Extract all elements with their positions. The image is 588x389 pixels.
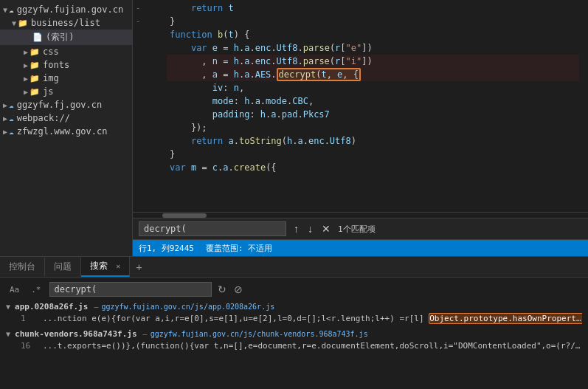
cloud-icon: ☁ (9, 127, 14, 137)
code-line: } (167, 148, 579, 161)
code-line: function b(t) { (167, 28, 579, 41)
find-next-button[interactable]: ↓ (306, 223, 314, 235)
tab-close-icon[interactable]: ✕ (116, 262, 120, 270)
code-area: - - (133, 0, 588, 256)
chevron-down-icon: ▼ (3, 6, 7, 14)
line-numbers (145, 0, 167, 212)
folder-icon: 📁 (30, 87, 40, 97)
sidebar-item-suoyin[interactable]: 📄 (索引) (0, 30, 132, 45)
chevron-right-icon: ▶ (3, 101, 7, 109)
bottom-panel: 控制台 问题 搜索 ✕ + Aa .* ↻ ⊘ ▼ app.0208a26f.j… (0, 256, 588, 389)
main-area: ▼ ☁ ggzyfw.fujian.gov.cn ▼ 📁 business/li… (0, 0, 588, 256)
h-scrollbar-area[interactable] (133, 212, 588, 218)
search-option-regex[interactable]: .* (27, 283, 44, 296)
code-line: padding: h.a.pad.Pkcs7 (167, 108, 579, 121)
sidebar-item-ggzyfw-fujian[interactable]: ▼ ☁ ggzyfw.fujian.gov.cn (0, 3, 132, 16)
folder-icon: 📁 (30, 61, 40, 70)
sidebar: ▼ ☁ ggzyfw.fujian.gov.cn ▼ 📁 business/li… (0, 0, 133, 256)
chevron-right-icon: ▶ (24, 61, 28, 69)
find-match-count: 1个匹配项 (338, 224, 376, 235)
result-file-2: ▼ chunk-vendors.968a743f.js — ggzyfw.fuj… (6, 328, 582, 353)
search-results: ▼ app.0208a26f.js — ggzyfw.fujian.gov.cn… (6, 301, 582, 385)
code-line: var m = c.a.create({ (167, 161, 579, 174)
tab-problems[interactable]: 问题 (45, 258, 81, 276)
highlight-box: decrypt(t, e, { (277, 68, 361, 81)
folder-icon: 📁 (30, 74, 40, 83)
chevron-right-icon: ▶ (3, 114, 7, 123)
find-input[interactable] (139, 221, 286, 236)
code-line: , n = h.a.enc.Utf8.parse(r["i"]) (167, 55, 579, 68)
search-clear-button[interactable]: ⊘ (232, 283, 244, 295)
sidebar-item-fonts[interactable]: ▶ 📁 fonts (0, 58, 132, 72)
diff-gutter: - - (133, 0, 145, 212)
status-position: 行1, 列92445 (139, 243, 194, 254)
find-bar: ↑ ↓ ✕ 1个匹配项 (133, 218, 588, 240)
code-view: - - (133, 0, 588, 212)
panel-add-button[interactable]: + (130, 258, 148, 276)
chevron-right-icon: ▶ (24, 75, 28, 83)
sidebar-item-webpack[interactable]: ▶ ☁ webpack:// (0, 111, 132, 125)
result-line-1-1[interactable]: 1 ...nction e(e){for(var a,i,r=e[0],s=e[… (6, 312, 582, 326)
result-file-header-2[interactable]: ▼ chunk-vendors.968a743f.js — ggzyfw.fuj… (6, 328, 582, 340)
chevron-right-icon: ▶ (24, 88, 28, 96)
panel-tabs: 控制台 问题 搜索 ✕ + (0, 257, 588, 278)
sidebar-item-business-list[interactable]: ▼ 📁 business/list (0, 16, 132, 30)
code-line: var e = h.a.enc.Utf8.parse(r["e"]) (167, 41, 579, 55)
chevron-down-icon: ▼ (12, 19, 16, 27)
chevron-down-icon: ▼ (6, 303, 10, 311)
status-bar: 行1, 列92445 覆盖范围: 不适用 (133, 240, 588, 256)
sidebar-item-js[interactable]: ▶ 📁 js (0, 85, 132, 98)
sidebar-item-ggzyfw-fj[interactable]: ▶ ☁ ggzyfw.fj.gov.cn (0, 98, 132, 111)
sidebar-item-zfwzgl[interactable]: ▶ ☁ zfwzgl.www.gov.cn (0, 125, 132, 138)
code-line: return t (167, 1, 579, 15)
code-line: return a.toString(h.a.enc.Utf8) (167, 134, 579, 148)
sidebar-item-css[interactable]: ▶ 📁 css (0, 45, 132, 58)
search-panel: Aa .* ↻ ⊘ ▼ app.0208a26f.js — ggzyfw.fuj… (0, 278, 588, 389)
code-line: } (167, 15, 579, 28)
find-close-button[interactable]: ✕ (320, 223, 332, 235)
sidebar-item-img[interactable]: ▶ 📁 img (0, 72, 132, 85)
h-scrollbar-thumb[interactable] (162, 213, 207, 218)
code-text[interactable]: return t } function b(t) { var e = h.a.e… (167, 0, 579, 212)
cloud-icon: ☁ (9, 5, 14, 15)
search-option-aa[interactable]: Aa (6, 283, 23, 296)
scrollbar[interactable] (579, 0, 588, 212)
chevron-right-icon: ▶ (3, 128, 7, 136)
result-line-2-1[interactable]: 16 ...t.exports=e())},(function(){var t,… (6, 340, 582, 353)
code-line: iv: n, (167, 81, 579, 94)
status-scope: 覆盖范围: 不适用 (206, 243, 272, 254)
result-file-1: ▼ app.0208a26f.js — ggzyfw.fujian.gov.cn… (6, 301, 582, 326)
tab-console[interactable]: 控制台 (0, 258, 45, 276)
search-input[interactable] (49, 282, 212, 297)
find-prev-button[interactable]: ↑ (292, 223, 300, 235)
code-line-highlighted: , a = h.a.AES.decrypt(t, e, { (167, 68, 579, 81)
result-file-header-1[interactable]: ▼ app.0208a26f.js — ggzyfw.fujian.gov.cn… (6, 301, 582, 312)
tab-search[interactable]: 搜索 ✕ (81, 257, 130, 277)
code-line: }); (167, 121, 579, 134)
search-bar: Aa .* ↻ ⊘ (6, 282, 582, 297)
folder-icon: 📁 (18, 18, 28, 28)
chevron-down-icon: ▼ (6, 330, 10, 338)
cloud-icon: ☁ (9, 100, 14, 110)
chevron-right-icon: ▶ (24, 48, 28, 56)
file-icon: 📄 (32, 32, 43, 42)
search-refresh-button[interactable]: ↻ (216, 283, 228, 295)
code-line: mode: h.a.mode.CBC, (167, 94, 579, 108)
folder-icon: 📁 (30, 47, 40, 57)
cloud-icon: ☁ (9, 114, 14, 123)
